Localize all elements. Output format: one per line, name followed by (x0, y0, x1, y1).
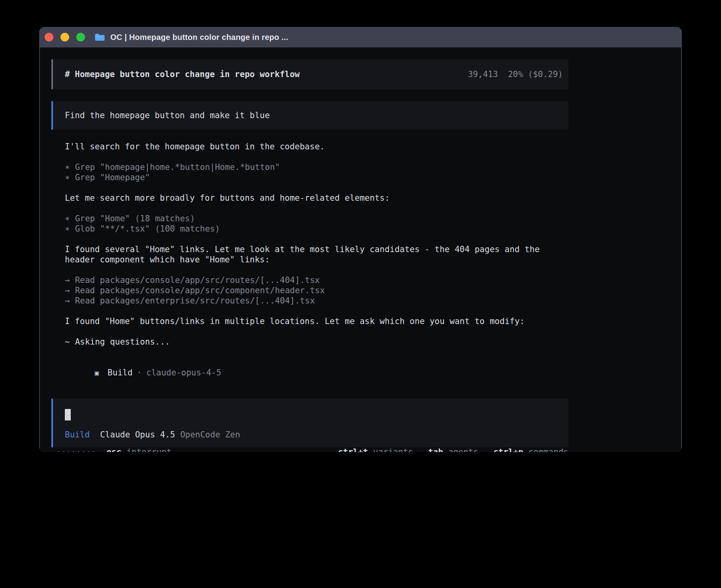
assistant-text-line: header component which have "Home" links… (51, 254, 681, 265)
hint-label: commands (528, 447, 568, 452)
input-meta-row: Build Claude Opus 4.5 OpenCode Zen (65, 430, 557, 439)
agent-model-name: claude-opus-4-5 (146, 368, 221, 377)
assistant-text-line: I found several "Home" links. Let me loo… (51, 244, 681, 254)
tool-call-grep: ∗Grep "Homepage" (51, 172, 681, 183)
text-cursor (65, 409, 71, 420)
asking-status-line: ~Asking questions... (51, 337, 681, 347)
user-message-text: Find the homepage button and make it blu… (65, 111, 270, 120)
zoom-button[interactable] (76, 33, 85, 41)
asking-status: ~Asking questions... (51, 337, 681, 347)
read-arrow-icon: → (65, 286, 70, 295)
read-arrow-icon: → (65, 296, 70, 305)
window-titlebar[interactable]: OC | Homepage button color change in rep… (39, 27, 682, 47)
tool-call-read: →Read packages/console/app/src/routes/[.… (51, 275, 681, 285)
tool-call-group: ∗Grep "homepage|home.*button|Home.*butto… (51, 162, 681, 183)
status-bar-right: ctrl+tvariants tabagents ctrl+pcommands (338, 447, 568, 452)
read-arrow-icon: → (65, 275, 70, 285)
hint-agents: tabagents (428, 447, 478, 452)
tool-call-read: →Read packages/console/app/src/component… (51, 285, 681, 296)
tool-call-glob: ∗Glob "**/*.tsx" (100 matches) (51, 224, 681, 234)
assistant-paragraph: I found "Home" buttons/links in multiple… (51, 316, 681, 326)
terminal-window: OC | Homepage button color change in rep… (39, 27, 682, 452)
tool-run-icon: ∗ (65, 214, 70, 223)
tool-call-group: →Read packages/console/app/src/routes/[.… (51, 275, 681, 306)
assistant-text-line: Let me search more broadly for buttons a… (51, 193, 681, 203)
terminal-content: # Homepage button color change in repo w… (40, 47, 681, 452)
session-header: # Homepage button color change in repo w… (51, 59, 568, 89)
user-message: Find the homepage button and make it blu… (51, 101, 568, 130)
folder-icon (94, 33, 105, 41)
window-title: OC | Homepage button color change in rep… (110, 33, 288, 42)
status-bar: ········ escinterrupt ctrl+tvariants tab… (51, 447, 568, 452)
agent-status-line: ▣Build·claude-opus-4-5 (51, 357, 681, 388)
prompt-input[interactable]: Build Claude Opus 4.5 OpenCode Zen (51, 399, 568, 447)
minimize-button[interactable] (60, 33, 69, 41)
hint-key: tab (428, 447, 443, 452)
hint-key: ctrl+p (493, 447, 523, 452)
tool-call-grep: ∗Grep "homepage|home.*button|Home.*butto… (51, 162, 681, 172)
close-button[interactable] (45, 33, 53, 41)
hint-label: interrupt (126, 447, 172, 452)
tool-call-grep: ∗Grep "Home" (18 matches) (51, 213, 681, 224)
tool-call-group: ∗Grep "Home" (18 matches) ∗Glob "**/*.ts… (51, 213, 681, 234)
status-bar-left: ········ escinterrupt (51, 447, 172, 452)
tool-run-icon: ∗ (65, 162, 70, 172)
hint-variants: ctrl+tvariants (338, 447, 413, 452)
hint-key: esc (106, 447, 121, 452)
session-title: # Homepage button color change in repo w… (65, 70, 300, 79)
agent-separator: · (137, 368, 142, 377)
assistant-paragraph: I found several "Home" links. Let me loo… (51, 244, 681, 265)
assistant-text-line: I found "Home" buttons/links in multiple… (51, 316, 681, 326)
traffic-lights (45, 33, 85, 41)
hint-commands: ctrl+pcommands (493, 447, 568, 452)
hint-interrupt: escinterrupt (106, 447, 172, 452)
asking-status-icon: ~ (65, 337, 70, 347)
hint-key: ctrl+t (338, 447, 368, 452)
assistant-text-line: I'll search for the homepage button in t… (51, 141, 681, 152)
input-mode-label: Build (65, 430, 90, 439)
tool-call-read: →Read packages/enterprise/src/routes/[..… (51, 296, 681, 306)
session-token-stats: 39,413 20% ($0.29) (468, 70, 563, 79)
tool-run-icon: ∗ (65, 173, 70, 182)
input-provider-label: OpenCode Zen (180, 430, 240, 439)
hint-label: agents (448, 447, 478, 452)
hint-label: variants (373, 447, 413, 452)
input-model-label: Claude Opus 4.5 (100, 430, 175, 439)
assistant-paragraph: I'll search for the homepage button in t… (51, 141, 681, 152)
agent-name: Build (108, 368, 132, 377)
agent-status-icon: ▣ (95, 369, 99, 377)
spinner-dots: ········ (56, 447, 96, 452)
assistant-paragraph: Let me search more broadly for buttons a… (51, 193, 681, 203)
tool-run-icon: ∗ (65, 224, 70, 234)
